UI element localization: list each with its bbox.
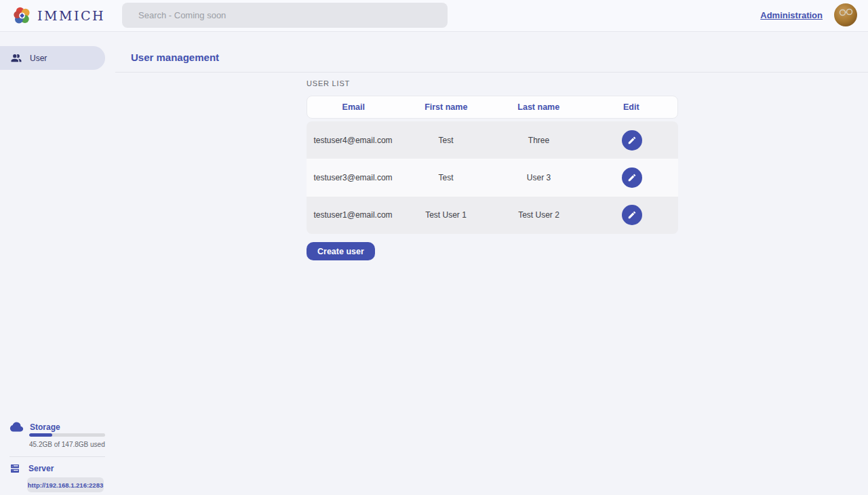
administration-link[interactable]: Administration: [760, 10, 823, 20]
cell-email: testuser3@email.com: [307, 173, 399, 182]
storage-section: Storage: [9, 420, 111, 434]
cell-email: testuser1@email.com: [307, 210, 399, 220]
cell-first-name: Test: [399, 136, 492, 145]
cell-email: testuser4@email.com: [307, 136, 399, 145]
cell-first-name: Test: [399, 173, 492, 182]
pencil-icon: [627, 210, 637, 220]
table-row: testuser4@email.com Test Three: [307, 121, 678, 159]
column-header-first-name: First name: [400, 102, 493, 112]
user-list-label: USER LIST: [307, 79, 350, 87]
user-table-body: testuser4@email.com Test Three testuser3…: [307, 121, 678, 234]
immich-flower-icon: [12, 5, 33, 26]
server-icon: [9, 463, 20, 474]
cell-last-name: User 3: [492, 173, 585, 182]
user-table-header: Email First name Last name Edit: [307, 96, 678, 119]
column-header-last-name: Last name: [492, 102, 585, 112]
sidebar-item-label: User: [30, 54, 47, 63]
page-title: User management: [131, 52, 219, 63]
edit-user-button[interactable]: [622, 167, 642, 188]
server-title: Server: [28, 464, 54, 473]
sidebar-divider: [9, 456, 105, 457]
storage-progress-fill: [29, 433, 52, 437]
sidebar: User Storage 45.2GB of 147.8GB used Serv…: [0, 32, 115, 495]
cell-first-name: Test User 1: [399, 210, 492, 220]
pencil-icon: [627, 136, 637, 145]
users-icon: [10, 52, 22, 64]
storage-usage-text: 45.2GB of 147.8GB used: [29, 441, 105, 448]
storage-progress-bar: [29, 433, 105, 437]
pencil-icon: [627, 173, 637, 182]
create-user-button[interactable]: Create user: [307, 242, 375, 260]
cell-last-name: Test User 2: [492, 210, 585, 220]
search-input[interactable]: [122, 3, 448, 28]
logo-wordmark: IMMICH: [37, 8, 105, 23]
column-header-email: Email: [307, 102, 400, 112]
user-avatar[interactable]: [834, 3, 857, 26]
server-url-badge: http://192.168.1.216:2283: [27, 477, 104, 492]
column-header-edit: Edit: [585, 102, 678, 112]
sidebar-item-user[interactable]: User: [0, 46, 105, 70]
cell-last-name: Three: [492, 136, 585, 145]
server-section: Server: [9, 463, 111, 474]
cloud-icon: [9, 420, 24, 434]
edit-user-button[interactable]: [622, 130, 642, 151]
table-row: testuser1@email.com Test User 1 Test Use…: [307, 197, 678, 234]
app-logo[interactable]: IMMICH: [12, 5, 105, 26]
avatar-photo: [834, 3, 857, 26]
title-divider: [115, 72, 868, 73]
immich-admin-app: IMMICH Administration: [0, 0, 868, 495]
edit-user-button[interactable]: [622, 205, 642, 225]
table-row: testuser3@email.com Test User 3: [307, 159, 678, 196]
top-navbar: IMMICH Administration: [0, 0, 868, 32]
storage-title: Storage: [30, 422, 60, 432]
